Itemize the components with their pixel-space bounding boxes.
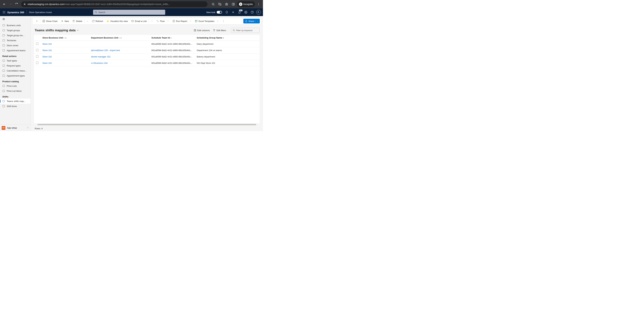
nav-icon (2, 90, 5, 92)
sidebar-item[interactable]: Price Lists (0, 83, 30, 88)
reload-button[interactable] (14, 1, 20, 7)
nav-icon (2, 49, 5, 52)
sidebar-item-label: Territories (7, 39, 16, 42)
svg-point-11 (4, 12, 4, 12)
store-cell[interactable]: Store 101 (40, 60, 89, 66)
col-dept[interactable]: Department Business Unit↑▾ (89, 35, 150, 41)
search-icon (232, 29, 235, 31)
delete-dropdown[interactable] (85, 18, 90, 24)
panel-icon[interactable] (230, 1, 236, 7)
sidebar-item[interactable]: Shift times (0, 104, 30, 109)
refresh-button[interactable]: Refresh (90, 18, 105, 24)
chevron-down-icon: ▾ (66, 37, 66, 39)
nav-icon (2, 64, 5, 67)
team-cell: 691a8589-6dd2-4c51-b980-86b165b40c... (150, 47, 195, 54)
app-launcher-icon[interactable] (2, 10, 6, 14)
email-button[interactable]: Email a Link (130, 18, 148, 24)
sidebar-item[interactable]: Teams shifts map... (0, 99, 30, 104)
sidebar-item[interactable]: Business units (0, 23, 30, 28)
store-cell[interactable]: Store 101 (40, 54, 89, 60)
table-row[interactable]: Store 101LA Business Unit691a8589-6dd2-4… (34, 60, 260, 66)
chevron-down-icon (77, 29, 79, 31)
brand-label[interactable]: Dynamics 365 (8, 11, 24, 14)
email-dropdown[interactable] (149, 18, 155, 24)
sidebar-item[interactable]: Price List Items (0, 88, 30, 93)
table-row[interactable]: Store 101ahmet manager 101691a8589-6dd2-… (34, 54, 260, 60)
back-button[interactable] (1, 1, 8, 7)
row-checkbox[interactable] (36, 62, 38, 64)
share-button[interactable]: Share (243, 19, 260, 23)
sidebar-item[interactable]: Territories (0, 38, 30, 43)
new-button[interactable]: New (59, 18, 70, 24)
horizontal-scrollbar[interactable] (38, 124, 256, 126)
flow-button[interactable]: Flow (155, 18, 170, 24)
dept-cell[interactable]: [ahmet]Store 105 - import test (89, 47, 150, 54)
view-title[interactable]: Teams shifts mapping data (35, 28, 79, 32)
svg-point-13 (3, 13, 3, 13)
sidebar-item[interactable]: Target groups (0, 28, 30, 33)
store-cell[interactable]: Store 101 (40, 47, 89, 54)
sidebar-item-label: Appointment types (7, 75, 25, 77)
help-icon[interactable] (250, 9, 255, 15)
delete-button[interactable]: Delete (70, 18, 84, 24)
more-icon[interactable] (256, 1, 262, 7)
col-team[interactable]: Schedule Team Id▾ (150, 35, 195, 41)
dept-cell[interactable]: LA Business Unit (89, 60, 150, 66)
sidebar-item[interactable]: Task types (0, 58, 30, 63)
nav-icon (2, 29, 5, 32)
excel-button[interactable]: Excel Templates (193, 18, 220, 24)
sidebar-item[interactable]: Store zones (0, 43, 30, 48)
status-rows: Rows: 4 (32, 126, 261, 131)
svg-point-2 (240, 4, 241, 5)
sidebar: Business unitsTarget groupsTarget group … (0, 16, 31, 131)
table-row[interactable]: Store 101[ahmet]Store 105 - import test6… (34, 47, 260, 54)
app-switcher[interactable]: AS App setup (0, 124, 30, 131)
eye-off-icon[interactable] (217, 1, 223, 7)
sidebar-item-label: Business units (7, 24, 21, 27)
edit-columns-button[interactable]: Edit columns (194, 29, 210, 32)
notifications-icon[interactable]: 99+ (237, 9, 242, 15)
new-look-toggle[interactable]: New look (206, 11, 222, 13)
avatar[interactable]: R. (256, 9, 261, 15)
svg-rect-22 (3, 39, 5, 41)
col-store[interactable]: Store Business Unit↑▾ (40, 35, 89, 41)
row-checkbox[interactable] (36, 42, 38, 45)
select-all[interactable] (34, 35, 40, 41)
svg-rect-21 (3, 34, 5, 36)
back-command[interactable] (34, 18, 40, 24)
sidebar-item[interactable]: Cancellation reaso... (0, 68, 30, 73)
add-icon[interactable] (230, 9, 236, 15)
row-checkbox[interactable] (36, 49, 38, 51)
table-row[interactable]: Store 101691a8589-6dd2-4c51-b980-86b165b… (34, 41, 260, 47)
report-button[interactable]: Run Report (171, 18, 193, 24)
dept-cell[interactable] (89, 41, 150, 47)
sidebar-item[interactable]: Target group me... (0, 33, 30, 38)
overflow-button[interactable] (220, 18, 226, 24)
row-checkbox[interactable] (36, 55, 38, 58)
show-chart-button[interactable]: Show Chart (41, 18, 59, 24)
incognito-badge[interactable]: Incognito (237, 1, 255, 7)
hamburger-icon[interactable] (0, 16, 30, 23)
settings-icon[interactable] (243, 9, 248, 15)
lightbulb-icon[interactable] (224, 9, 230, 15)
star-icon[interactable] (224, 1, 230, 7)
dept-cell[interactable]: ahmet manager 101 (89, 54, 150, 60)
sidebar-item[interactable]: Request types (0, 63, 30, 68)
svg-rect-20 (3, 29, 5, 31)
edit-filters-button[interactable]: Edit filters (213, 29, 226, 32)
url-bar[interactable]: retailsoastaging.crm.dynamics.com/main.a… (21, 1, 208, 7)
forward-button[interactable] (8, 1, 14, 7)
lock-icon (24, 3, 26, 6)
notification-badge: 99+ (239, 9, 242, 11)
col-group[interactable]: Scheduling Group Name▾ (195, 35, 260, 41)
app-name[interactable]: Store Operations Assist (29, 11, 52, 13)
sidebar-item[interactable]: Appointment teams (0, 48, 30, 53)
zoom-icon[interactable] (210, 1, 216, 7)
expand-icon (27, 127, 29, 129)
filter-input[interactable]: Filter by keyword (231, 28, 260, 33)
visualize-button[interactable]: Visualize this view (105, 18, 130, 24)
svg-point-4 (258, 3, 259, 3)
store-cell[interactable]: Store 101 (40, 41, 89, 47)
sidebar-item[interactable]: Appointment types (0, 73, 30, 78)
global-search[interactable]: Search (93, 10, 165, 15)
